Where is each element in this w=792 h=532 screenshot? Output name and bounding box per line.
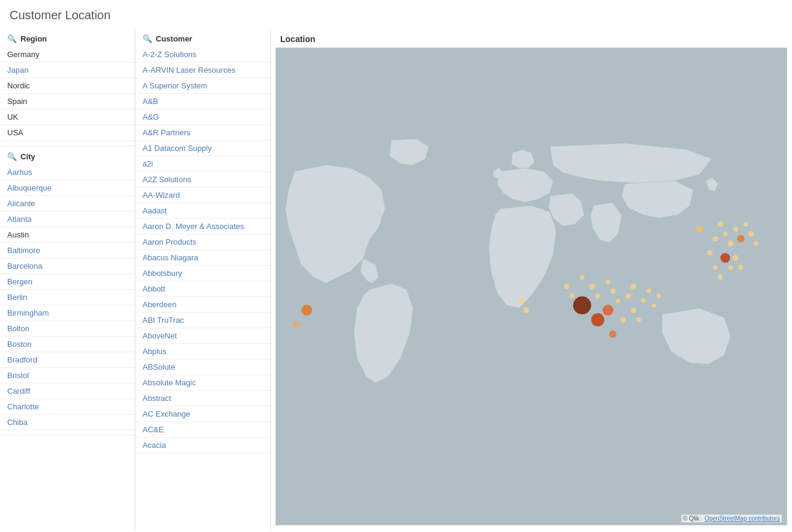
map-bubble <box>717 221 723 227</box>
map-bubble <box>625 293 631 299</box>
map-bubble <box>636 317 641 322</box>
region-list-item[interactable]: Germany <box>0 47 135 63</box>
customer-filter-label: Customer <box>156 34 192 43</box>
customer-list-item[interactable]: a2i <box>135 156 270 172</box>
map-bubble <box>301 305 312 316</box>
city-list-item[interactable]: Bradford <box>0 352 135 368</box>
map-bubble <box>717 274 723 280</box>
city-list-item[interactable]: Charlotte <box>0 399 135 415</box>
page-title: Customer Location <box>0 0 792 28</box>
region-filter-list: GermanyJapanNordicSpainUKUSA <box>0 47 135 141</box>
map-bubble <box>293 321 300 328</box>
customer-list-item[interactable]: ABI TruTrac <box>135 313 270 328</box>
map-bubbles-container <box>276 48 787 525</box>
region-list-item[interactable]: Nordic <box>0 78 135 94</box>
city-list-item[interactable]: Chiba <box>0 415 135 430</box>
map-bubble <box>641 298 646 303</box>
openstreetmap-link[interactable]: OpenStreetMap contributors <box>704 515 780 522</box>
customer-list-item[interactable]: Absolute Magic <box>135 375 270 391</box>
customer-list-item[interactable]: AboveNet <box>135 328 270 344</box>
map-bubble <box>657 293 662 298</box>
map-bubble <box>564 284 569 289</box>
region-filter-section: 🔍 Region GermanyJapanNordicSpainUKUSA <box>0 28 135 146</box>
region-filter-header: 🔍 Region <box>0 28 135 47</box>
map-bubble <box>723 231 728 236</box>
customer-list-item[interactable]: A&G <box>135 109 270 125</box>
city-list-item[interactable]: Cardiff <box>0 384 135 399</box>
customer-list-item[interactable]: Aadast <box>135 203 270 219</box>
customer-list-item[interactable]: Abbott <box>135 281 270 297</box>
map-bubble <box>696 226 703 233</box>
map-bubble <box>646 289 651 293</box>
customer-list-item[interactable]: Aaron D. Meyer & Associates <box>135 219 270 234</box>
region-list-item[interactable]: UK <box>0 109 135 125</box>
city-list-item[interactable]: Austin <box>0 227 135 243</box>
region-list-item[interactable]: Japan <box>0 63 135 78</box>
map-bubble <box>518 298 524 304</box>
map-bubble <box>737 235 744 242</box>
city-list-item[interactable]: Bristol <box>0 368 135 384</box>
city-list-item[interactable]: Aarhus <box>0 165 135 180</box>
customer-list-item[interactable]: Abbotsbury <box>135 266 270 281</box>
map-bubble <box>733 227 738 232</box>
customer-list-item[interactable]: Abacus Niagara <box>135 250 270 266</box>
map-container: © Qlik · OpenStreetMap contributors <box>275 47 787 525</box>
city-list-item[interactable]: Berlin <box>0 290 135 305</box>
map-bubble <box>595 293 600 299</box>
map-bubble <box>573 296 591 314</box>
map-bubble <box>743 222 748 227</box>
region-list-item[interactable]: USA <box>0 125 135 141</box>
city-list-item[interactable]: Bolton <box>0 321 135 337</box>
city-list-item[interactable]: Albuquerque <box>0 180 135 196</box>
map-bubble <box>606 280 610 284</box>
map-bubble <box>748 231 754 237</box>
city-list-item[interactable]: Atlanta <box>0 212 135 227</box>
customer-list-item[interactable]: A&B <box>135 94 270 109</box>
region-list-item[interactable]: Spain <box>0 94 135 109</box>
map-bubble <box>603 305 613 316</box>
map-bubble <box>754 241 758 246</box>
city-list-item[interactable]: Alicante <box>0 196 135 212</box>
map-bubble <box>713 265 717 270</box>
customer-search-icon: 🔍 <box>143 34 152 43</box>
map-panel: Location <box>271 28 792 530</box>
customer-list-item[interactable]: A1 Datacom Supply <box>135 141 270 156</box>
customer-list-item[interactable]: Abstract <box>135 391 270 406</box>
map-bubble <box>707 250 713 255</box>
customer-list-item[interactable]: A&R Partners <box>135 125 270 141</box>
customer-filter-list: A-2-Z SolutionsA-ARVIN Laser ResourcesA … <box>135 47 270 453</box>
customer-list-item[interactable]: A Superior System <box>135 78 270 94</box>
customer-list-item[interactable]: Abplus <box>135 344 270 359</box>
map-bubble <box>620 317 626 323</box>
customer-list-item[interactable]: Acacia <box>135 438 270 453</box>
map-bubble <box>523 307 529 313</box>
customer-list-item[interactable]: A-ARVIN Laser Resources <box>135 63 270 78</box>
map-bubble <box>589 284 595 290</box>
map-bubble <box>569 293 574 298</box>
city-filter-header: 🔍 City <box>0 146 135 165</box>
map-bubble <box>732 255 738 261</box>
region-search-icon: 🔍 <box>7 34 17 43</box>
map-bubble <box>728 265 733 270</box>
map-bubble <box>728 240 734 246</box>
customer-list-item[interactable]: A-2-Z Solutions <box>135 47 270 63</box>
customer-list-item[interactable]: AC Exchange <box>135 406 270 422</box>
customer-list-item[interactable]: Aaron Products <box>135 234 270 250</box>
customer-filter-header: 🔍 Customer <box>135 28 270 47</box>
customer-list-item[interactable]: AA-Wizard <box>135 188 270 203</box>
city-list-item[interactable]: Boston <box>0 337 135 352</box>
map-attribution: © Qlik · OpenStreetMap contributors <box>681 515 782 522</box>
customer-list-item[interactable]: A2Z Solutions <box>135 172 270 188</box>
city-filter-label: City <box>20 152 35 161</box>
map-bubble <box>610 289 616 294</box>
map-bubble <box>609 331 616 338</box>
customer-list-item[interactable]: Aberdeen <box>135 297 270 313</box>
customer-list-item[interactable]: ABSolute <box>135 359 270 375</box>
customer-list-item[interactable]: AC&E <box>135 422 270 438</box>
map-bubble <box>713 236 718 242</box>
city-list-item[interactable]: Barcelona <box>0 258 135 274</box>
city-list-item[interactable]: Birmingham <box>0 305 135 321</box>
city-list-item[interactable]: Baltimore <box>0 243 135 258</box>
map-bubble <box>738 264 743 270</box>
city-list-item[interactable]: Bergen <box>0 274 135 290</box>
